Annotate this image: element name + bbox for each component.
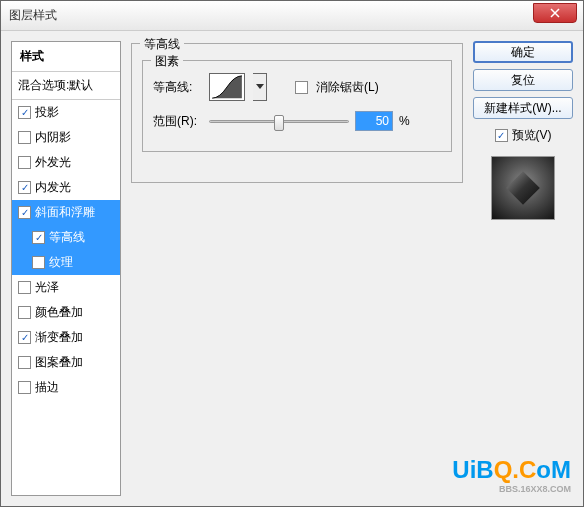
style-item-11[interactable]: 描边	[12, 375, 120, 400]
contour-group-title: 等高线	[140, 36, 184, 53]
style-checkbox[interactable]	[18, 106, 31, 119]
style-checkbox[interactable]	[18, 356, 31, 369]
dialog-body: 样式 混合选项:默认 投影内阴影外发光内发光斜面和浮雕等高线纹理光泽颜色叠加渐变…	[1, 31, 583, 506]
window-title: 图层样式	[9, 7, 57, 24]
range-slider-wrap: %	[209, 111, 441, 131]
styles-header: 样式	[12, 42, 120, 72]
style-item-label: 光泽	[35, 279, 59, 296]
style-checkbox[interactable]	[18, 181, 31, 194]
range-unit: %	[399, 114, 410, 128]
chevron-down-icon	[256, 84, 264, 90]
style-item-label: 纹理	[49, 254, 73, 271]
blend-options-item[interactable]: 混合选项:默认	[12, 72, 120, 100]
style-item-5[interactable]: 等高线	[12, 225, 120, 250]
blend-label: 混合选项:默认	[18, 77, 93, 94]
elements-group-title: 图素	[151, 53, 183, 70]
style-checkbox[interactable]	[18, 156, 31, 169]
actions-panel: 确定 复位 新建样式(W)... 预览(V)	[473, 41, 573, 496]
style-checkbox[interactable]	[18, 381, 31, 394]
style-item-0[interactable]: 投影	[12, 100, 120, 125]
wm-sub: BBS.16XX8.COM	[452, 484, 571, 494]
style-item-2[interactable]: 外发光	[12, 150, 120, 175]
style-item-label: 内阴影	[35, 129, 71, 146]
wm3: oM	[536, 456, 571, 483]
contour-dropdown-arrow[interactable]	[253, 73, 267, 101]
range-row: 范围(R): %	[153, 111, 441, 131]
new-style-label: 新建样式(W)...	[484, 100, 561, 117]
ok-button[interactable]: 确定	[473, 41, 573, 63]
contour-group: 等高线 图素 等高线: 消除锯齿(L)	[131, 43, 463, 183]
style-checkbox[interactable]	[18, 131, 31, 144]
new-style-button[interactable]: 新建样式(W)...	[473, 97, 573, 119]
contour-picker[interactable]	[209, 73, 245, 101]
close-button[interactable]	[533, 3, 577, 23]
contour-row: 等高线: 消除锯齿(L)	[153, 73, 441, 101]
contour-curve-icon	[210, 74, 244, 100]
wm1: UiB	[452, 456, 493, 483]
preview-checkbox[interactable]	[495, 129, 508, 142]
wm2: Q.C	[494, 456, 537, 483]
style-item-8[interactable]: 颜色叠加	[12, 300, 120, 325]
style-item-label: 投影	[35, 104, 59, 121]
style-checkbox[interactable]	[18, 206, 31, 219]
style-item-label: 图案叠加	[35, 354, 83, 371]
style-item-10[interactable]: 图案叠加	[12, 350, 120, 375]
style-item-label: 颜色叠加	[35, 304, 83, 321]
range-input[interactable]	[355, 111, 393, 131]
style-checkbox[interactable]	[18, 306, 31, 319]
style-item-7[interactable]: 光泽	[12, 275, 120, 300]
settings-panel: 等高线 图素 等高线: 消除锯齿(L)	[129, 41, 465, 496]
style-checkbox[interactable]	[18, 281, 31, 294]
dialog-window: 图层样式 样式 混合选项:默认 投影内阴影外发光内发光斜面和浮雕等高线纹理光泽颜…	[0, 0, 584, 507]
style-checkbox[interactable]	[32, 231, 45, 244]
contour-label: 等高线:	[153, 79, 201, 96]
close-icon	[550, 8, 560, 18]
style-item-4[interactable]: 斜面和浮雕	[12, 200, 120, 225]
style-item-label: 渐变叠加	[35, 329, 83, 346]
style-item-6[interactable]: 纹理	[12, 250, 120, 275]
titlebar: 图层样式	[1, 1, 583, 31]
cancel-button[interactable]: 复位	[473, 69, 573, 91]
style-item-label: 等高线	[49, 229, 85, 246]
antialias-checkbox[interactable]	[295, 81, 308, 94]
style-item-1[interactable]: 内阴影	[12, 125, 120, 150]
preview-row: 预览(V)	[473, 127, 573, 144]
style-checkbox[interactable]	[32, 256, 45, 269]
cancel-label: 复位	[511, 72, 535, 89]
preview-thumbnail	[491, 156, 555, 220]
ok-label: 确定	[511, 44, 535, 61]
range-label: 范围(R):	[153, 113, 201, 130]
elements-group: 图素 等高线: 消除锯齿(L) 范围(R):	[142, 60, 452, 152]
style-item-3[interactable]: 内发光	[12, 175, 120, 200]
style-checkbox[interactable]	[18, 331, 31, 344]
preview-label: 预览(V)	[512, 127, 552, 144]
style-item-label: 外发光	[35, 154, 71, 171]
styles-list: 混合选项:默认 投影内阴影外发光内发光斜面和浮雕等高线纹理光泽颜色叠加渐变叠加图…	[12, 72, 120, 495]
style-item-label: 描边	[35, 379, 59, 396]
antialias-label: 消除锯齿(L)	[316, 79, 379, 96]
styles-panel: 样式 混合选项:默认 投影内阴影外发光内发光斜面和浮雕等高线纹理光泽颜色叠加渐变…	[11, 41, 121, 496]
range-slider[interactable]	[209, 120, 349, 123]
style-item-9[interactable]: 渐变叠加	[12, 325, 120, 350]
watermark: UiBQ.CoM BBS.16XX8.COM	[452, 456, 571, 494]
style-item-label: 斜面和浮雕	[35, 204, 95, 221]
range-slider-thumb[interactable]	[274, 115, 284, 131]
style-item-label: 内发光	[35, 179, 71, 196]
